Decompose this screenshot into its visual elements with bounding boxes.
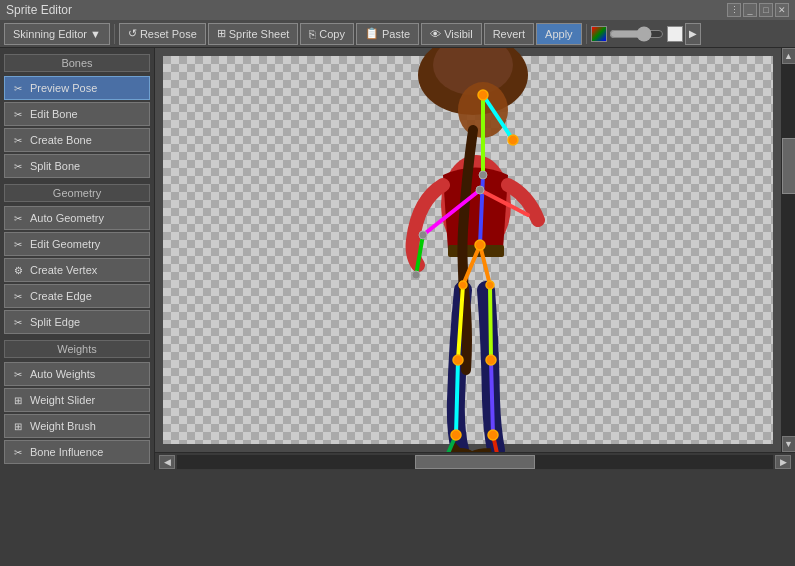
separator-2 <box>586 24 587 44</box>
bone-influence-icon: ✂ <box>11 445 25 459</box>
split-edge-button[interactable]: ✂ Split Edge <box>4 310 150 334</box>
split-bone-icon: ✂ <box>11 159 25 173</box>
svg-point-24 <box>459 281 467 289</box>
auto-weights-button[interactable]: ✂ Auto Weights <box>4 362 150 386</box>
opacity-slider[interactable] <box>609 27 664 41</box>
svg-point-22 <box>476 186 484 194</box>
svg-point-30 <box>419 231 427 239</box>
close-btn[interactable]: ✕ <box>775 3 789 17</box>
skinning-editor-dropdown[interactable]: Skinning Editor ▼ <box>4 23 110 45</box>
dropdown-arrow-icon: ▼ <box>90 28 101 40</box>
right-scrollbar: ▲ ▼ <box>781 48 795 452</box>
paste-button[interactable]: 📋 Paste <box>356 23 419 45</box>
title-bar-controls[interactable]: ⋮ _ □ ✕ <box>727 3 789 17</box>
weight-brush-button[interactable]: ⊞ Weight Brush <box>4 414 150 438</box>
color-swatch[interactable] <box>591 26 607 42</box>
visibility-button[interactable]: 👁 Visibil <box>421 23 482 45</box>
svg-point-19 <box>478 90 488 100</box>
right-scroll-thumb[interactable] <box>782 138 796 194</box>
canvas-area[interactable] <box>155 48 781 452</box>
geometry-section: Geometry ✂ Auto Geometry ✂ Edit Geometry… <box>4 184 150 334</box>
character-svg <box>328 48 608 452</box>
slider-container <box>609 26 683 42</box>
slider-end-box <box>667 26 683 42</box>
auto-geometry-button[interactable]: ✂ Auto Geometry <box>4 206 150 230</box>
split-edge-icon: ✂ <box>11 315 25 329</box>
title-bar: Sprite Editor ⋮ _ □ ✕ <box>0 0 795 20</box>
create-edge-icon: ✂ <box>11 289 25 303</box>
bones-label: Bones <box>4 54 150 72</box>
preview-pose-icon: ✂ <box>11 81 25 95</box>
weight-slider-icon: ⊞ <box>11 393 25 407</box>
weight-slider-button[interactable]: ⊞ Weight Slider <box>4 388 150 412</box>
create-vertex-button[interactable]: ⚙ Create Vertex <box>4 258 150 282</box>
scroll-right-button[interactable]: ▶ <box>775 455 791 469</box>
copy-button[interactable]: ⎘ Copy <box>300 23 354 45</box>
create-vertex-icon: ⚙ <box>11 263 25 277</box>
edit-bone-icon: ✂ <box>11 107 25 121</box>
expand-button[interactable]: ▶ <box>685 23 701 45</box>
preview-pose-button[interactable]: ✂ Preview Pose <box>4 76 150 100</box>
create-edge-button[interactable]: ✂ Create Edge <box>4 284 150 308</box>
more-options-btn[interactable]: ⋮ <box>727 3 741 17</box>
left-panel: Bones ✂ Preview Pose ✂ Edit Bone ✂ Creat… <box>0 48 155 470</box>
auto-geometry-icon: ✂ <box>11 211 25 225</box>
toolbar: Skinning Editor ▼ ↺ Reset Pose ⊞ Sprite … <box>0 20 795 48</box>
svg-line-15 <box>456 360 458 435</box>
bones-section: Bones ✂ Preview Pose ✂ Edit Bone ✂ Creat… <box>4 54 150 178</box>
apply-button[interactable]: Apply <box>536 23 582 45</box>
scroll-up-button[interactable]: ▲ <box>782 48 796 64</box>
svg-point-20 <box>508 135 518 145</box>
svg-point-21 <box>479 171 487 179</box>
content-area: Bones ✂ Preview Pose ✂ Edit Bone ✂ Creat… <box>0 48 795 470</box>
copy-icon: ⎘ <box>309 28 316 40</box>
reset-pose-icon: ↺ <box>128 27 137 40</box>
maximize-btn[interactable]: □ <box>759 3 773 17</box>
sprite-sheet-button[interactable]: ⊞ Sprite Sheet <box>208 23 299 45</box>
title-bar-left: Sprite Editor <box>6 3 72 17</box>
scroll-down-button[interactable]: ▼ <box>782 436 796 452</box>
edit-geometry-icon: ✂ <box>11 237 25 251</box>
svg-point-25 <box>486 281 494 289</box>
right-scroll-track[interactable] <box>782 64 796 436</box>
bottom-scroll-thumb[interactable] <box>415 455 534 469</box>
svg-point-27 <box>486 355 496 365</box>
svg-line-16 <box>491 360 493 435</box>
svg-point-26 <box>453 355 463 365</box>
reset-pose-button[interactable]: ↺ Reset Pose <box>119 23 206 45</box>
title-bar-title: Sprite Editor <box>6 3 72 17</box>
svg-line-14 <box>490 285 491 360</box>
svg-point-23 <box>475 240 485 250</box>
edit-bone-button[interactable]: ✂ Edit Bone <box>4 102 150 126</box>
svg-point-31 <box>412 271 420 279</box>
weight-brush-icon: ⊞ <box>11 419 25 433</box>
revert-button[interactable]: Revert <box>484 23 534 45</box>
sprite-sheet-icon: ⊞ <box>217 27 226 40</box>
minimize-btn[interactable]: _ <box>743 3 757 17</box>
bottom-scrollbar: ◀ ▶ <box>155 452 795 470</box>
skinning-editor-label: Skinning Editor <box>13 28 87 40</box>
create-bone-button[interactable]: ✂ Create Bone <box>4 128 150 152</box>
create-bone-icon: ✂ <box>11 133 25 147</box>
separator-1 <box>114 24 115 44</box>
canvas-column: ▲ ▼ ◀ ▶ <box>155 48 795 470</box>
auto-weights-icon: ✂ <box>11 367 25 381</box>
weights-section: Weights ✂ Auto Weights ⊞ Weight Slider ⊞… <box>4 340 150 464</box>
split-bone-button[interactable]: ✂ Split Bone <box>4 154 150 178</box>
weights-label: Weights <box>4 340 150 358</box>
bottom-scroll-track[interactable] <box>177 455 773 469</box>
svg-point-28 <box>451 430 461 440</box>
geometry-label: Geometry <box>4 184 150 202</box>
paste-icon: 📋 <box>365 27 379 40</box>
scroll-left-button[interactable]: ◀ <box>159 455 175 469</box>
svg-point-29 <box>488 430 498 440</box>
character-container <box>163 56 773 444</box>
eye-icon: 👁 <box>430 28 441 40</box>
canvas-with-scrollbar: ▲ ▼ <box>155 48 795 452</box>
edit-geometry-button[interactable]: ✂ Edit Geometry <box>4 232 150 256</box>
bone-influence-button[interactable]: ✂ Bone Influence <box>4 440 150 464</box>
